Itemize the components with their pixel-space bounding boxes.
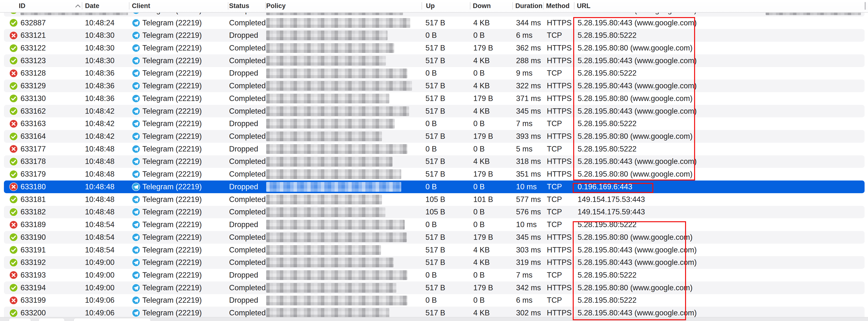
- url-cell: 5.28.195.80:5222: [578, 294, 637, 307]
- table-row-633178[interactable]: 63317810:48:48Telegram (22219)Completed5…: [4, 155, 865, 168]
- client-cell: Telegram (22219): [143, 79, 202, 92]
- up-bytes-cell: 517 B: [426, 168, 445, 180]
- vertical-scrollbar-thumb[interactable]: [865, 2, 866, 10]
- date-cell: 10:49:00: [85, 269, 115, 282]
- table-row-633182[interactable]: 63318210:48:48Telegram (22219)Completed1…: [4, 206, 865, 219]
- status-success-icon: [9, 130, 18, 143]
- date-cell: 10:48:48: [85, 143, 115, 155]
- table-row-633177[interactable]: 63317710:48:48Telegram (22219)Dropped0 B…: [4, 143, 865, 155]
- column-header-url-label: URL: [577, 2, 591, 10]
- column-header-policy[interactable]: Policy: [266, 0, 286, 12]
- down-bytes-cell: 179 B: [473, 168, 493, 180]
- table-row-633193[interactable]: 63319310:49:00Telegram (22219)Dropped0 B…: [4, 269, 865, 282]
- table-row-633164[interactable]: 63316410:48:42Telegram (22219)Completed5…: [4, 130, 865, 143]
- method-cell: TCP: [547, 180, 562, 193]
- column-header-method-label: Method: [546, 2, 569, 10]
- duration-cell: 9 ms: [516, 67, 532, 80]
- table-row-633192[interactable]: 63319210:49:00Telegram (22219)Completed5…: [4, 256, 865, 269]
- table-row-633122[interactable]: 63312210:48:30Telegram (22219)Completed5…: [4, 42, 865, 55]
- table-row-633179[interactable]: 63317910:48:48Telegram (22219)Completed5…: [4, 168, 865, 180]
- date-cell: 10:48:42: [85, 117, 115, 130]
- url-cell: 149.154.175.59:443: [578, 206, 645, 219]
- table-row-633163[interactable]: 63316310:48:42Telegram (22219)Dropped0 B…: [4, 117, 865, 130]
- date-cell: 10:48:36: [85, 79, 115, 92]
- status-dropped-icon: [9, 218, 18, 231]
- table-row-633191[interactable]: 63319110:48:54Telegram (22219)Completed5…: [4, 244, 865, 256]
- table-row-633200[interactable]: 63320010:49:06Telegram (22219)Completed5…: [4, 307, 865, 317]
- method-cell: HTTPS: [547, 168, 572, 180]
- down-bytes-cell: 101 B: [473, 193, 493, 206]
- header-separator: [129, 2, 129, 9]
- method-cell: TCP: [547, 206, 562, 219]
- status-cell: Completed: [229, 55, 266, 67]
- status-cell: Dropped: [229, 67, 258, 80]
- table-row-partial[interactable]: Telegram (22219)Completed517 B4 KB344 ms…: [4, 12, 865, 16]
- table-row-632887[interactable]: 63288710:48:24Telegram (22219)Completed5…: [4, 16, 865, 29]
- status-cell: Dropped: [229, 269, 258, 282]
- table-row-633162[interactable]: 63316210:48:42Telegram (22219)Completed5…: [4, 105, 865, 117]
- status-success-icon: [9, 55, 18, 67]
- status-cell: Completed: [229, 12, 266, 16]
- url-cell: 149.154.175.53:443: [578, 193, 645, 206]
- redacted-policy-mosaic: [266, 81, 412, 91]
- request-id-cell: 633191: [21, 244, 46, 256]
- table-row-633123[interactable]: 63312310:48:30Telegram (22219)Completed5…: [4, 55, 865, 67]
- table-row-633180[interactable]: 63318010:48:48Telegram (22219)Dropped0 B…: [4, 180, 865, 193]
- date-cell: 10:48:48: [85, 193, 115, 206]
- column-header-down-label: Down: [473, 2, 491, 10]
- url-cell: 5.28.195.80:80 (www.google.com): [578, 231, 692, 244]
- column-header-method[interactable]: Method: [546, 0, 569, 12]
- date-cell: 10:49:00: [85, 282, 115, 294]
- date-cell: 10:48:36: [85, 67, 115, 80]
- table-row-633190[interactable]: 63319010:48:54Telegram (22219)Completed5…: [4, 231, 865, 244]
- telegram-app-icon: [132, 180, 140, 193]
- table-row-633194[interactable]: 63319410:49:00Telegram (22219)Completed5…: [4, 282, 865, 294]
- header-separator: [470, 2, 470, 9]
- status-success-icon: [9, 231, 18, 244]
- table-row-633129[interactable]: 63312910:48:36Telegram (22219)Completed5…: [4, 79, 865, 92]
- table-row-633128[interactable]: 63312810:48:36Telegram (22219)Dropped0 B…: [4, 67, 865, 80]
- column-header-id-label: ID: [19, 2, 25, 10]
- redacted-policy-mosaic: [266, 258, 394, 268]
- column-header-status-label: Status: [229, 2, 249, 10]
- table-row-633130[interactable]: 63313010:48:36Telegram (22219)Completed5…: [4, 92, 865, 105]
- column-header-date[interactable]: Date: [85, 0, 99, 12]
- toolbar-button[interactable]: [39, 318, 65, 321]
- method-cell: HTTPS: [547, 307, 572, 317]
- column-header-url[interactable]: URL: [577, 0, 591, 12]
- toolbar-field[interactable]: [73, 318, 151, 321]
- toolbar-button[interactable]: [9, 318, 31, 321]
- down-bytes-cell: 0 B: [473, 218, 485, 231]
- request-id-cell: 633128: [21, 67, 46, 80]
- telegram-app-icon: [132, 206, 140, 219]
- table-row-633189[interactable]: 63318910:48:54Telegram (22219)Dropped0 B…: [4, 218, 865, 231]
- table-row-633121[interactable]: 63312110:48:30Telegram (22219)Dropped0 B…: [4, 29, 865, 42]
- status-success-icon: [9, 155, 18, 168]
- column-header-down[interactable]: Down: [473, 0, 491, 12]
- sort-ascending-icon[interactable]: [75, 4, 81, 7]
- network-table-window: Telegram (22219)Completed517 B4 KB344 ms…: [0, 0, 868, 321]
- duration-cell: 344 ms: [516, 12, 541, 16]
- column-header-status[interactable]: Status: [229, 0, 249, 12]
- column-header-id[interactable]: ID: [19, 0, 25, 12]
- request-id-cell: 633194: [21, 282, 46, 294]
- status-cell: Dropped: [229, 218, 258, 231]
- date-cell: 10:48:42: [85, 105, 115, 117]
- client-cell: Telegram (22219): [143, 42, 202, 55]
- method-cell: HTTPS: [547, 16, 572, 29]
- down-bytes-cell: 4 KB: [473, 16, 490, 29]
- column-header-up[interactable]: Up: [426, 0, 435, 12]
- column-header-client[interactable]: Client: [132, 0, 150, 12]
- url-cell: 5.28.195.80:5222: [578, 29, 637, 42]
- up-bytes-cell: 517 B: [426, 12, 445, 16]
- client-cell: Telegram (22219): [143, 307, 202, 317]
- client-cell: Telegram (22219): [143, 206, 202, 219]
- telegram-app-icon: [132, 105, 140, 117]
- table-row-633199[interactable]: 63319910:49:06Telegram (22219)Dropped0 B…: [4, 294, 865, 307]
- request-id-cell: 633179: [21, 168, 46, 180]
- table-row-633181[interactable]: 63318110:48:48Telegram (22219)Completed1…: [4, 193, 865, 206]
- column-header-duration[interactable]: Duration: [515, 0, 542, 12]
- down-bytes-cell: 4 KB: [473, 55, 490, 67]
- up-bytes-cell: 517 B: [426, 16, 445, 29]
- duration-cell: 5 ms: [516, 143, 532, 155]
